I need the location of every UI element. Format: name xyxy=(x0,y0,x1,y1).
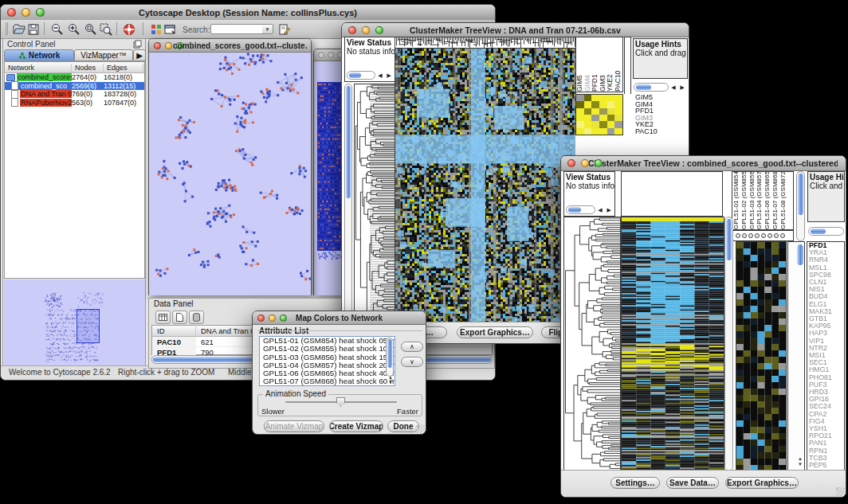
label-scroll-thumb[interactable] xyxy=(797,244,803,265)
attribute-list-item[interactable]: GPL51-07 (GSM868) heat shock 60 min xyxy=(261,377,395,385)
scroll-arrows[interactable]: ▲▼ xyxy=(798,456,803,467)
edit-search-icon[interactable] xyxy=(277,22,291,36)
matrix-cell[interactable] xyxy=(576,95,584,101)
save-session-icon[interactable] xyxy=(26,22,40,36)
matrix-cell[interactable] xyxy=(576,108,584,115)
create-vizmap-button[interactable]: Create Vizmap xyxy=(329,420,383,432)
network-list-header[interactable]: NetworkNodesEdges xyxy=(5,62,144,73)
minimize-icon[interactable] xyxy=(165,42,172,49)
matrix-cell[interactable] xyxy=(599,121,607,127)
close-icon[interactable] xyxy=(318,52,324,58)
attribute-table-icon[interactable] xyxy=(155,311,171,324)
matrix-cell[interactable] xyxy=(607,108,615,115)
network-overview-canvas[interactable] xyxy=(4,279,145,367)
resize-grip[interactable] xyxy=(416,424,425,433)
matrix-cell[interactable] xyxy=(591,101,599,107)
column-header[interactable]: Nodes xyxy=(72,64,104,72)
slider-thumb[interactable] xyxy=(336,397,345,407)
matrix-cell[interactable] xyxy=(614,101,622,107)
matrix-cell[interactable] xyxy=(584,101,592,107)
matrix-cell[interactable] xyxy=(607,95,615,101)
minimize-button[interactable] xyxy=(362,26,370,34)
matrix-cell[interactable] xyxy=(576,115,584,121)
treeview2-global-heatmap[interactable] xyxy=(621,217,724,471)
matrix-cell[interactable] xyxy=(576,101,584,107)
done-button[interactable]: Done xyxy=(387,420,419,432)
delete-attribute-icon[interactable] xyxy=(189,311,204,324)
zoom-selected-icon[interactable] xyxy=(99,22,112,36)
export-graphics-button[interactable]: Export Graphics… xyxy=(457,326,533,338)
tab-network[interactable]: Network xyxy=(4,49,74,61)
matrix-cell[interactable] xyxy=(599,108,607,115)
move-down-button[interactable]: ∨ xyxy=(401,357,423,367)
matrix-cell[interactable] xyxy=(614,128,622,135)
help-lifering-icon[interactable] xyxy=(122,22,135,36)
matrix-cell[interactable] xyxy=(591,121,599,127)
zoom-button[interactable] xyxy=(36,8,45,17)
network-view-canvas[interactable] xyxy=(149,53,311,295)
zoom-fit-icon[interactable] xyxy=(84,22,97,36)
matrix-cell[interactable] xyxy=(591,115,599,121)
resize-grip[interactable] xyxy=(836,487,845,496)
column-header[interactable]: Edges xyxy=(104,64,143,72)
minimize-icon[interactable] xyxy=(328,52,334,58)
zoom-out-icon[interactable] xyxy=(50,22,64,36)
matrix-cell[interactable] xyxy=(607,121,615,127)
close-button[interactable] xyxy=(348,26,356,34)
matrix-cell[interactable] xyxy=(591,128,599,135)
zoom-button[interactable] xyxy=(280,315,287,322)
matrix-cell[interactable] xyxy=(584,108,592,115)
matrix-cell[interactable] xyxy=(607,101,615,107)
treeview1-row-dendrogram[interactable] xyxy=(354,84,395,337)
open-session-icon[interactable] xyxy=(12,22,26,36)
minimize-button[interactable] xyxy=(269,315,276,322)
matrix-cell[interactable] xyxy=(614,95,622,101)
search-input[interactable] xyxy=(210,24,263,34)
attribute-listbox[interactable]: GPL51-01 (GSM854) heat shock 05 minGPL51… xyxy=(259,336,395,386)
treeview2-label-scroll-strip[interactable]: ▲▼ xyxy=(787,241,805,471)
search-dropdown-arrow[interactable]: ▼ xyxy=(262,24,273,34)
matrix-cell[interactable] xyxy=(576,128,584,135)
treeview2-row-dendrogram[interactable] xyxy=(563,217,621,471)
matrix-cell[interactable] xyxy=(614,115,622,121)
treeview1-vscrollbar[interactable] xyxy=(344,84,352,335)
move-up-button[interactable]: ∧ xyxy=(401,342,423,352)
treeview2-vscrollbar[interactable] xyxy=(724,217,733,471)
network-list-row[interactable]: RNAPuberNov2+I563(0)107847(0) xyxy=(5,99,144,107)
close-button[interactable] xyxy=(567,159,575,167)
treeview2-collabel-scrollbar[interactable] xyxy=(796,171,805,241)
animate-vizmap-button[interactable]: Animate Vizmap xyxy=(264,420,324,432)
snapshot-icon[interactable] xyxy=(163,22,177,36)
matrix-cell[interactable] xyxy=(599,101,607,107)
zoom-button[interactable] xyxy=(375,26,383,34)
close-icon[interactable] xyxy=(154,42,161,49)
matrix-cell[interactable] xyxy=(599,95,607,101)
matrix-cell[interactable] xyxy=(614,121,622,127)
scroll-arrows[interactable]: ▲▼ xyxy=(387,375,393,385)
create-attribute-icon[interactable] xyxy=(172,311,187,324)
minimize-button[interactable] xyxy=(22,8,30,17)
matrix-cell[interactable] xyxy=(584,121,592,127)
settings-button[interactable]: Settings… xyxy=(610,477,660,489)
zoom-button[interactable] xyxy=(595,159,603,167)
treeview2-zoom-heatmap[interactable] xyxy=(736,241,787,472)
dialog-titlebar[interactable]: Map Colors to Network xyxy=(253,311,426,325)
matrix-cell[interactable] xyxy=(607,115,615,121)
matrix-cell[interactable] xyxy=(607,128,615,135)
network-list-row[interactable]: DNA and Tran 07769(0)183728(0) xyxy=(5,90,144,99)
column-header[interactable]: Network xyxy=(5,64,72,72)
treeview1-heatmap[interactable] xyxy=(395,48,576,337)
treeview2-titlebar[interactable]: ClusterMaker TreeView : combined_scores_… xyxy=(561,156,846,171)
network-list-row[interactable]: combined_sco2569(6)13112(15) xyxy=(5,82,144,91)
tab-vizmapper[interactable]: VizMapper™ xyxy=(74,49,133,61)
matrix-cell[interactable] xyxy=(614,108,622,115)
matrix-cell[interactable] xyxy=(599,128,607,135)
attribute-list-scrollbar[interactable] xyxy=(386,338,394,377)
float-panel-icon[interactable] xyxy=(133,40,142,49)
close-button[interactable] xyxy=(257,315,265,322)
matrix-cell[interactable] xyxy=(584,115,592,121)
minimize-button[interactable] xyxy=(581,159,589,167)
view-status-scrollbar[interactable]: ◀ ▶ xyxy=(566,205,613,214)
tab-[interactable]: ▶ xyxy=(133,49,146,61)
matrix-cell[interactable] xyxy=(599,115,607,121)
